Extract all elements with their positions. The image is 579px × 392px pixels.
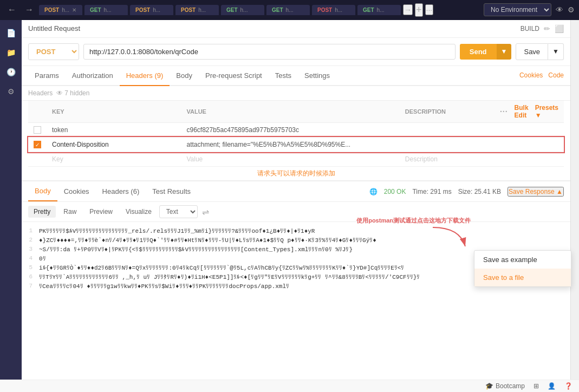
row2-actions <box>495 137 564 152</box>
line-content-1: PKﾘﾘﾘﾘﾘﾘ$ﾙVﾘﾘﾘﾘﾘﾘﾘﾘﾘﾘﾘﾘﾘﾘﾘﾘ_rels/.relsﾘﾘ… <box>39 227 319 234</box>
col-value: VALUE <box>181 101 399 123</box>
back-button[interactable]: ← <box>4 3 19 17</box>
bootcamp-button[interactable]: 🎓 Bootcamp <box>485 382 525 390</box>
headers-section: Headers 👁 7 hidden <box>22 86 570 101</box>
sidebar-new-icon[interactable]: 📄 <box>1 25 21 41</box>
sidebar-history-icon[interactable]: 🕐 <box>1 64 21 80</box>
resp-tab-test-results[interactable]: Test Results <box>146 182 197 201</box>
right-strip <box>570 20 579 380</box>
help-button[interactable]: ❓ <box>564 382 573 390</box>
settings-button[interactable]: ⚙ <box>568 5 575 14</box>
row1-checkbox[interactable] <box>34 126 41 134</box>
tabs-bar: ← → POST h... ✕ GET h... POST h... POST … <box>0 0 579 20</box>
tab-headers[interactable]: Headers (9) <box>120 66 170 86</box>
sidebar-folder-icon[interactable]: 📁 <box>1 45 21 60</box>
person-button[interactable]: 👤 <box>548 382 556 390</box>
row1-checkbox-cell <box>28 122 47 137</box>
url-input[interactable] <box>83 44 456 60</box>
headers-label: Headers <box>28 89 53 97</box>
wrap-icon[interactable]: ⇌ <box>202 207 209 217</box>
tab-tests[interactable]: Tests <box>269 66 298 86</box>
code-link[interactable]: Code <box>548 71 564 79</box>
tab-6-url: h... <box>286 7 294 13</box>
tab-settings[interactable]: Settings <box>298 66 336 86</box>
expand-icon[interactable]: ⬜ <box>555 24 564 33</box>
request-header: Untitled Request BUILD ✏ ⬜ <box>22 20 570 38</box>
headers-table: KEY VALUE DESCRIPTION ··· Bulk Edit Pres… <box>28 101 564 167</box>
bulk-edit-button[interactable]: Bulk Edit <box>515 104 529 119</box>
grid-button[interactable]: ⊞ <box>534 382 539 390</box>
tab-prerequest[interactable]: Pre-request Script <box>199 66 269 86</box>
tab-3[interactable]: POST h... <box>130 5 173 15</box>
send-button-group: Send ▼ <box>460 44 512 60</box>
table-row-highlighted: ✓ Content-Disposition attachment; filena… <box>28 137 564 152</box>
placeholder-actions <box>495 152 564 167</box>
line-content-6: ﾘﾘTﾘYﾘﾘ`Aﾘﾘﾘﾘﾘﾘﾘﾘﾘﾘﾘﾘ6ﾘﾘ ,_h,ﾘ uﾘ JﾘﾘﾀﾘR… <box>39 273 424 280</box>
row1-actions <box>495 122 564 137</box>
code-line-2: 2 ♦}ZCﾘ♦♦♦♦=,ﾘﾘ♦ﾘﾘè`♦nﾘ/4ﾘ♦ﾘﾘ♦ﾘ1ﾘﾘQ♦`'ﾘﾘ… <box>22 236 570 245</box>
format-preview[interactable]: Preview <box>84 206 118 218</box>
tab-params[interactable]: Params <box>28 66 66 86</box>
tab-7-url: h... <box>335 7 342 13</box>
dots-button[interactable]: ··· <box>500 107 508 116</box>
placeholder-checkbox-cell <box>28 152 47 167</box>
placeholder-value[interactable]: Value <box>181 152 399 167</box>
tab-4[interactable]: POST h... <box>175 5 219 15</box>
code-body: 1 PKﾘﾘﾘﾘﾘﾘ$ﾙVﾘﾘﾘﾘﾘﾘﾘﾘﾘﾘﾘﾘﾘﾘﾘﾘ_rels/.rels… <box>22 222 570 380</box>
sidebar-gear-icon[interactable]: ⚙ <box>1 84 21 99</box>
tab-7[interactable]: POST h... <box>312 5 355 15</box>
presets-button[interactable]: Presets ▼ <box>535 104 558 119</box>
line-content-3: ~S/ﾘﾘﾘ:da ﾘ+ﾘP0ﾘﾘVﾘ♦|ﾘPKﾘﾘ{<ﾘ$ﾘﾘﾘﾘﾘﾘﾘﾘﾘﾘ… <box>39 246 357 253</box>
save-as-example-item[interactable]: Save as example <box>474 251 571 269</box>
url-bar: POST GET PUT DELETE Send ▼ Save ▼ <box>22 38 570 66</box>
row1-value: c96cf827b5ac475895ad977b5975703c <box>181 122 399 137</box>
line-num-2: 2 <box>22 237 39 243</box>
add-tab-button[interactable]: + <box>415 3 423 17</box>
save-response-button[interactable]: Save Response ▲ <box>508 187 564 197</box>
format-raw[interactable]: Raw <box>58 206 82 218</box>
forward-button[interactable]: → <box>22 3 37 17</box>
resp-tab-headers[interactable]: Headers (6) <box>96 182 146 201</box>
tab-4-method: POST <box>181 7 196 13</box>
tab-2-url: h... <box>104 7 112 13</box>
tab-8[interactable]: GET h... <box>357 5 401 15</box>
eye-button[interactable]: 👁 <box>556 5 563 14</box>
line-content-4: 0ﾘ <box>39 255 50 262</box>
row2-checkbox[interactable]: ✓ <box>34 141 41 148</box>
resp-tab-cookies[interactable]: Cookies <box>57 182 96 201</box>
send-dropdown-button[interactable]: ▼ <box>497 44 512 60</box>
edit-icon[interactable]: ✏ <box>544 24 550 33</box>
tab-6[interactable]: GET h... <box>266 5 310 15</box>
more-tabs-button[interactable]: ··· <box>425 4 434 15</box>
cookies-link[interactable]: Cookies <box>519 71 543 79</box>
tab-3-method: POST <box>135 7 150 13</box>
tab-5[interactable]: GET h... <box>221 5 264 15</box>
save-button[interactable]: Save <box>516 43 548 60</box>
placeholder-key[interactable]: Key <box>47 152 181 167</box>
tab-authorization[interactable]: Authorization <box>66 66 120 86</box>
method-select[interactable]: POST GET PUT DELETE <box>28 43 79 60</box>
globe-icon: 🌐 <box>369 188 378 195</box>
save-to-file-item[interactable]: Save to a file <box>474 269 571 286</box>
tab-arrow-right[interactable]: → <box>403 4 413 15</box>
tab-1-close[interactable]: ✕ <box>72 7 76 13</box>
format-tabs: Pretty Raw Preview Visualize Text JSON X… <box>22 202 570 222</box>
send-button[interactable]: Send <box>460 44 497 60</box>
environment-select[interactable]: No Environment <box>484 3 551 16</box>
bootcamp-icon: 🎓 <box>485 382 493 390</box>
resp-tab-body[interactable]: Body <box>28 181 57 201</box>
placeholder-description[interactable]: Description <box>400 152 495 167</box>
row2-key: Content-Disposition <box>47 137 181 152</box>
col-actions: ··· Bulk Edit Presets ▼ <box>495 101 564 123</box>
save-dropdown-button[interactable]: ▼ <box>548 43 564 60</box>
line-num-7: 7 <box>22 283 39 289</box>
tab-1[interactable]: POST h... ✕ <box>39 5 82 15</box>
tab-2[interactable]: GET h... <box>84 5 128 15</box>
status-badge: 200 OK <box>384 188 406 195</box>
tab-body[interactable]: Body <box>170 66 199 86</box>
format-visualize[interactable]: Visualize <box>120 206 157 218</box>
build-button[interactable]: BUILD <box>521 25 539 32</box>
line-num-1: 1 <box>22 227 39 234</box>
format-pretty[interactable]: Pretty <box>28 206 56 218</box>
format-type-select[interactable]: Text JSON XML <box>159 205 198 218</box>
